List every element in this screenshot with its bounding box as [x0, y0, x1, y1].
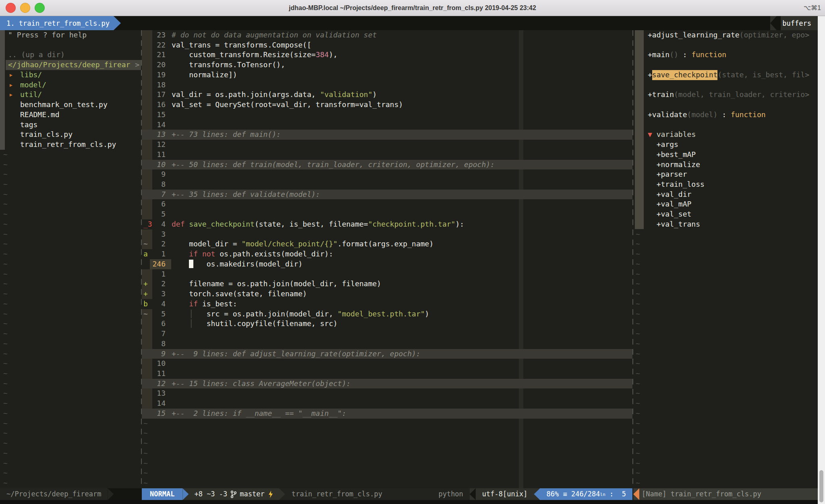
line-number: 2 [152, 279, 166, 289]
code-line[interactable]: 23# do not do data augmentation on valid… [142, 30, 632, 40]
lightning-icon [268, 490, 274, 498]
code-token: not [202, 250, 216, 258]
code-line[interactable]: 13 [142, 388, 632, 399]
code-line[interactable]: _34def save_checkpoint(state, is_best, f… [142, 219, 632, 229]
tree-file-item[interactable]: train_cls.py [0, 130, 141, 140]
empty-line-marker: ~ [142, 428, 632, 438]
code-token: (model) [687, 110, 718, 120]
empty-line-marker: ~ [0, 359, 141, 369]
tag-item[interactable]: +args [633, 140, 818, 150]
code-line[interactable]: 14 [142, 399, 632, 409]
sign-column [142, 409, 152, 419]
code-line[interactable]: 21 custom_transform.Resize(size=384), [142, 50, 632, 60]
dir-caret-icon[interactable]: ▸ [9, 80, 13, 90]
code-line[interactable]: a1 if not os.path.exists(model_dir): [142, 249, 632, 259]
tag-item[interactable]: +val_trans [633, 219, 818, 229]
tag-item[interactable]: +val_mAP [633, 199, 818, 209]
tag-item[interactable]: +main() : function [633, 50, 818, 60]
empty-line-marker: ~ [0, 459, 141, 469]
code-line[interactable]: 10 [142, 359, 632, 369]
command-line[interactable] [0, 500, 818, 504]
tag-item[interactable]: +train_loss [633, 180, 818, 190]
tab-train-retr-from-cls[interactable]: 1. train_retr_from_cls.py [0, 16, 114, 30]
tree-dir-item[interactable]: ▸libs/ [0, 70, 141, 80]
dir-caret-icon[interactable]: ▸ [9, 70, 13, 80]
code-line[interactable]: 16val_set = QuerySet(root=val_dir, trans… [142, 100, 632, 110]
terminal-scrollbar-thumb[interactable] [819, 470, 823, 502]
code-line[interactable]: 15 [142, 110, 632, 120]
code-line[interactable]: 14 [142, 120, 632, 130]
tree-updir-line[interactable]: .. (up a dir) [0, 50, 141, 60]
minimize-window-button[interactable] [20, 3, 30, 13]
code-line[interactable]: b4 if is_best: [142, 299, 632, 309]
fold-line[interactable]: 15+-- 2 lines: if __name__ == "__main__"… [142, 409, 632, 419]
tree-root-path[interactable]: </jdhao/Projects/deep_firear> [6, 60, 141, 70]
code-line[interactable]: 6 │ shutil.copyfile(filename, src) [142, 319, 632, 329]
tree-file-item[interactable]: tags [0, 120, 141, 130]
statusline-filename: train_retr_from_cls.py [292, 488, 382, 500]
tree-item-label: train_cls.py [20, 130, 73, 140]
code-line[interactable]: 17val_dir = os.path.join(args.data, "val… [142, 90, 632, 100]
code-line[interactable]: 20 transforms.ToTensor(), [142, 60, 632, 70]
tag-item[interactable]: +train(model, train_loader, criterio> [633, 90, 818, 100]
tag-item[interactable]: ▼ variables [633, 130, 818, 140]
tagbar-status-text: [Name] train_retr_from_cls.py [639, 488, 761, 500]
code-line[interactable]: 11 [142, 150, 632, 160]
terminal-scrollbar-track[interactable] [818, 16, 825, 504]
close-window-button[interactable] [6, 3, 16, 13]
code-line[interactable]: 19 normalize]) [142, 70, 632, 80]
tree-file-item[interactable]: benchmark_on_test.py [0, 100, 141, 110]
code-line[interactable]: 18 [142, 80, 632, 90]
window-separator-right[interactable] [632, 30, 633, 488]
code-line[interactable]: 3 [142, 229, 632, 240]
code-line[interactable]: 1 [142, 269, 632, 279]
sign-column [142, 180, 152, 190]
code-line[interactable]: 7 [142, 329, 632, 339]
code-line[interactable]: 12 [142, 140, 632, 150]
fold-line[interactable]: 9+-- 9 lines: def adjust_learning_rate(o… [142, 349, 632, 359]
dir-caret-icon[interactable]: ▸ [9, 90, 13, 100]
tag-item[interactable]: +save_checkpoint(state, is_best, fil> [633, 70, 818, 80]
tree-dir-item[interactable]: ▸model/ [0, 80, 141, 90]
code-line[interactable]: +2 filename = os.path.join(model_dir, fi… [142, 279, 632, 289]
code-line[interactable]: 8 [142, 180, 632, 190]
buffers-arrow-separator [770, 16, 777, 30]
code-token: is_best: [198, 300, 237, 308]
fold-line[interactable]: 7+-- 35 lines: def validate(model): [142, 190, 632, 200]
tag-item[interactable]: +parser [633, 169, 818, 180]
fold-line[interactable]: 12+-- 15 lines: class AverageMeter(objec… [142, 379, 632, 389]
tag-item[interactable]: +val_dir [633, 190, 818, 200]
cursor-line[interactable]: 246 os.makedirs(model_dir) [142, 259, 632, 269]
code-line[interactable]: ~5 │ src = os.path.join(model_dir, "mode… [142, 309, 632, 319]
code-line[interactable]: 9 [142, 169, 632, 180]
code-line[interactable]: +3 torch.save(state, filename) [142, 289, 632, 299]
empty-line-marker: ~ [633, 309, 818, 319]
tree-file-item[interactable]: README.md [0, 110, 141, 120]
empty-line-marker: ~ [0, 419, 141, 429]
code-token: filename = os.path.join(model_dir, filen… [172, 279, 381, 288]
code-token: +train [648, 90, 674, 100]
empty-line-marker: ~ [633, 448, 818, 459]
tag-item[interactable]: +val_set [633, 209, 818, 219]
empty-line-marker: ~ [633, 428, 818, 438]
code-line[interactable]: 8 [142, 339, 632, 349]
code-line[interactable]: ~2 model_dir = "model/check_point/{}".fo… [142, 239, 632, 249]
tree-dir-item[interactable]: ▸util/ [0, 90, 141, 100]
tree-file-item[interactable]: train_retr_from_cls.py [0, 140, 141, 150]
code-line[interactable]: 11 [142, 369, 632, 379]
tag-item[interactable]: +normalize [633, 160, 818, 170]
code-line[interactable]: 22val_trans = transforms.Compose([ [142, 40, 632, 50]
code-line[interactable]: 6 [142, 199, 632, 209]
tag-item[interactable]: +validate(model) : function [633, 110, 818, 120]
zoom-window-button[interactable] [35, 3, 45, 13]
code-text: os.makedirs(model_dir) [172, 259, 303, 269]
fold-line[interactable]: 13+-- 73 lines: def main(): [142, 130, 632, 140]
fold-line[interactable]: 10+-- 50 lines: def train(model, train_l… [142, 160, 632, 170]
empty-line-marker: ~ [142, 468, 632, 478]
tag-item[interactable]: +adjust_learning_rate(optimizer, epo> [633, 30, 818, 40]
tag-item[interactable]: +best_mAP [633, 150, 818, 160]
empty-line-marker: ~ [633, 369, 818, 379]
line-number: 12 [152, 379, 166, 389]
window-separator-left[interactable] [141, 30, 142, 488]
code-line[interactable]: 5 [142, 209, 632, 219]
